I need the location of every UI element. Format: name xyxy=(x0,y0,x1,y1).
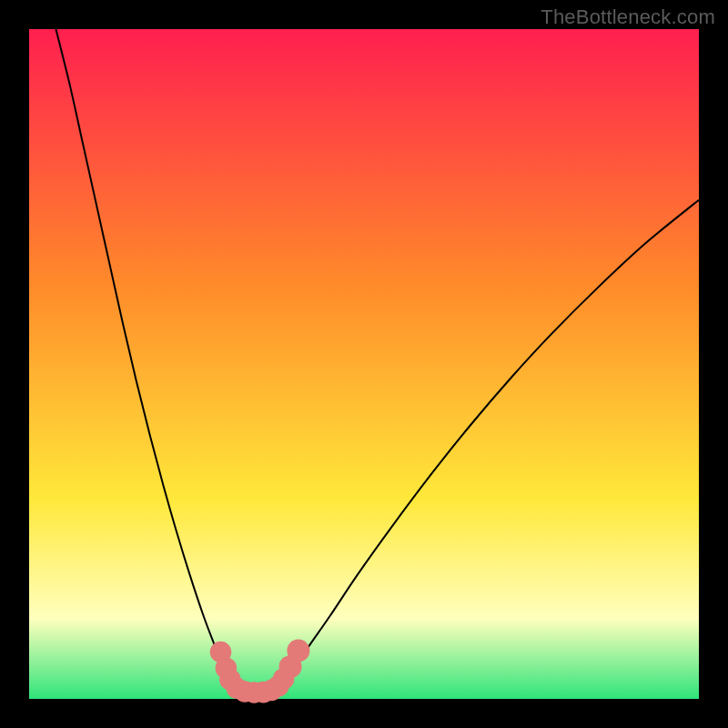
series-right-curve xyxy=(282,200,699,683)
series-left-curve xyxy=(56,29,231,683)
plot-area xyxy=(29,29,699,699)
chart-frame: TheBottleneck.com xyxy=(0,0,728,728)
curve-layer xyxy=(29,29,699,699)
valley-marker xyxy=(287,639,309,662)
watermark-text: TheBottleneck.com xyxy=(541,5,715,29)
